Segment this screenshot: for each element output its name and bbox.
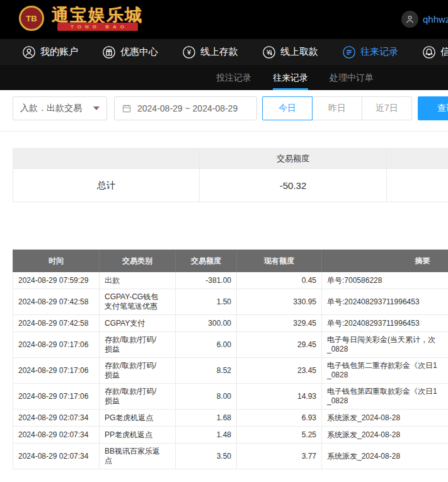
summary-total-label: 总计 (13, 169, 200, 202)
cell-balance: 29.45 (237, 332, 322, 358)
content-area: 入款．出款交易 2024-08-29 ~ 2024-08-29 今日 昨日 近7… (0, 90, 448, 469)
summary-header-row: 交易额度 (13, 149, 448, 169)
deposit-coin-icon: ¥ (182, 45, 196, 59)
cell-time: 2024-08-29 02:07:34 (13, 410, 100, 427)
withdraw-coin-icon: ¥ (262, 45, 276, 59)
nav-item-withdraw[interactable]: ¥ 线上取款 (262, 45, 318, 59)
cell-balance: 3.77 (237, 444, 322, 469)
gift-icon (102, 45, 116, 59)
cell-summary: 系统派发_2024-08-28 (322, 427, 448, 444)
username: qhhwz (423, 14, 448, 25)
tab-transaction-records[interactable]: 往来记录 (273, 65, 308, 90)
top-header: TB 通宝娱乐城 TONG BAO qhhwz (0, 0, 448, 39)
cell-balance: 14.93 (237, 384, 322, 410)
filter-bar: 入款．出款交易 2024-08-29 ~ 2024-08-29 今日 昨日 近7… (13, 96, 448, 120)
cell-amount: 3.50 (176, 444, 237, 469)
col-header-type: 交易类别 (100, 250, 176, 272)
summary-total-value: -50.32 (200, 169, 386, 202)
sub-nav: 投注记录 往来记录 处理中订单 (0, 65, 448, 90)
col-header-summary: 摘要 (322, 250, 448, 272)
yesterday-button[interactable]: 昨日 (312, 96, 362, 120)
transaction-type-select[interactable]: 入款．出款交易 (13, 96, 107, 120)
cell-type: 出款 (100, 272, 176, 289)
svg-text:¥: ¥ (266, 49, 271, 56)
records-icon (342, 45, 356, 59)
cell-time: 2024-08-29 02:07:34 (13, 427, 100, 444)
account-menu[interactable]: qhhwz (401, 11, 448, 28)
last7days-button[interactable]: 近7日 (362, 96, 412, 120)
cell-balance: 6.93 (237, 410, 322, 427)
table-row: 2024-08-29 07:59:29出款-381.000.45单号:70058… (13, 272, 448, 289)
col-header-balance: 现有额度 (237, 250, 322, 272)
summary-header-spacer (13, 149, 200, 169)
avatar-icon (401, 11, 418, 28)
logo-subtitle: TONG BAO (57, 23, 138, 31)
nav-item-transactions[interactable]: 往来记录 (342, 45, 398, 59)
page: TB 通宝娱乐城 TONG BAO qhhwz 我的账户 (0, 0, 448, 482)
table-row: 2024-08-29 02:07:34PP老虎机返点1.485.25系统派发_2… (13, 427, 448, 444)
tab-processing-orders[interactable]: 处理中订单 (330, 65, 374, 90)
cell-balance: 5.25 (237, 427, 322, 444)
cell-amount: 300.00 (176, 315, 237, 332)
cell-time: 2024-08-29 07:59:29 (13, 272, 100, 289)
cell-balance: 0.45 (237, 272, 322, 289)
nav-item-my-account[interactable]: 我的账户 (22, 45, 78, 59)
cell-summary: 系统派发_2024-08-28 (322, 410, 448, 427)
cell-type: PG老虎机返点 (100, 410, 176, 427)
table-row: 2024-08-29 07:17:06存款/取款/打码/ 损益6.0029.45… (13, 332, 448, 358)
cell-type: 存款/取款/打码/ 损益 (100, 332, 176, 358)
search-button[interactable]: 查询 (418, 96, 448, 120)
summary-total-row: 总计 -50.32 (13, 169, 448, 202)
cell-summary: 电子每日闯关彩金(当天累计，次 _0828 (322, 332, 448, 358)
cell-summary: 电子钱包第四重取款彩金《次日1 _0828 (322, 384, 448, 410)
site-logo[interactable]: TB 通宝娱乐城 TONG BAO (19, 6, 143, 31)
cell-amount: 8.52 (176, 358, 237, 384)
table-row: 2024-08-29 07:42:58CGPAY支付300.00329.45单号… (13, 315, 448, 332)
nav-label: 线上取款 (280, 46, 318, 58)
table-header-row: 时间 交易类别 交易额度 现有额度 摘要 (13, 250, 448, 272)
cell-amount: 1.68 (176, 410, 237, 427)
quick-range-group: 今日 昨日 近7日 (262, 96, 412, 120)
nav-label: 我的账户 (40, 46, 78, 58)
date-range-value: 2024-08-29 ~ 2024-08-29 (137, 103, 238, 113)
tab-betting-records[interactable]: 投注记录 (216, 65, 251, 90)
cell-time: 2024-08-29 02:07:34 (13, 444, 100, 469)
cell-summary: 系统派发_2024-08-28 (322, 444, 448, 469)
table-row: 2024-08-29 07:17:06存款/取款/打码/ 损益8.0014.93… (13, 384, 448, 410)
table-row: 2024-08-29 07:42:58CGPAY-CG钱包 支付笔笔送优惠1.5… (13, 289, 448, 315)
cell-balance: 330.95 (237, 289, 322, 315)
table-row: 2024-08-29 02:07:34BB视讯百家乐返 点3.503.77系统派… (13, 444, 448, 469)
nav-label: 优惠中心 (120, 46, 158, 58)
cell-type: CGPAY支付 (100, 315, 176, 332)
logo-text: 通宝娱乐城 TONG BAO (52, 6, 143, 31)
cell-time: 2024-08-29 07:42:58 (13, 289, 100, 315)
summary-header-amount: 交易额度 (200, 149, 386, 169)
nav-label: 信息 (440, 46, 448, 58)
cell-type: 存款/取款/打码/ 损益 (100, 384, 176, 410)
cell-balance: 23.45 (237, 358, 322, 384)
cell-time: 2024-08-29 07:17:06 (13, 332, 100, 358)
date-range-input[interactable]: 2024-08-29 ~ 2024-08-29 (114, 96, 257, 120)
main-nav: 我的账户 优惠中心 ¥ 线上存款 ¥ 线上取款 往来记录 (0, 39, 448, 65)
logo-title: 通宝娱乐城 (52, 6, 143, 25)
cell-time: 2024-08-29 07:17:06 (13, 358, 100, 384)
cell-amount: 8.00 (176, 384, 237, 410)
cell-summary: 单号:700586228 (322, 272, 448, 289)
cell-amount: 1.50 (176, 289, 237, 315)
today-button[interactable]: 今日 (262, 96, 313, 120)
nav-item-deposit[interactable]: ¥ 线上存款 (182, 45, 238, 59)
col-header-amount: 交易额度 (176, 250, 237, 272)
summary-header-spacer (386, 149, 448, 169)
cell-summary: 电子钱包第二重存款彩金《次日1 _0828 (322, 358, 448, 384)
cell-type: CGPAY-CG钱包 支付笔笔送优惠 (100, 289, 176, 315)
cell-amount: 1.48 (176, 427, 237, 444)
transactions-tbody: 2024-08-29 07:59:29出款-381.000.45单号:70058… (13, 272, 448, 469)
transaction-type-value: 入款．出款交易 (20, 103, 82, 114)
nav-item-promotions[interactable]: 优惠中心 (102, 45, 158, 59)
logo-coin-icon: TB (19, 6, 44, 31)
nav-label: 往来记录 (360, 46, 398, 58)
section-divider (0, 131, 448, 132)
svg-text:¥: ¥ (187, 49, 192, 56)
col-header-time: 时间 (13, 250, 100, 272)
nav-item-messages[interactable]: 信息 (422, 45, 448, 59)
